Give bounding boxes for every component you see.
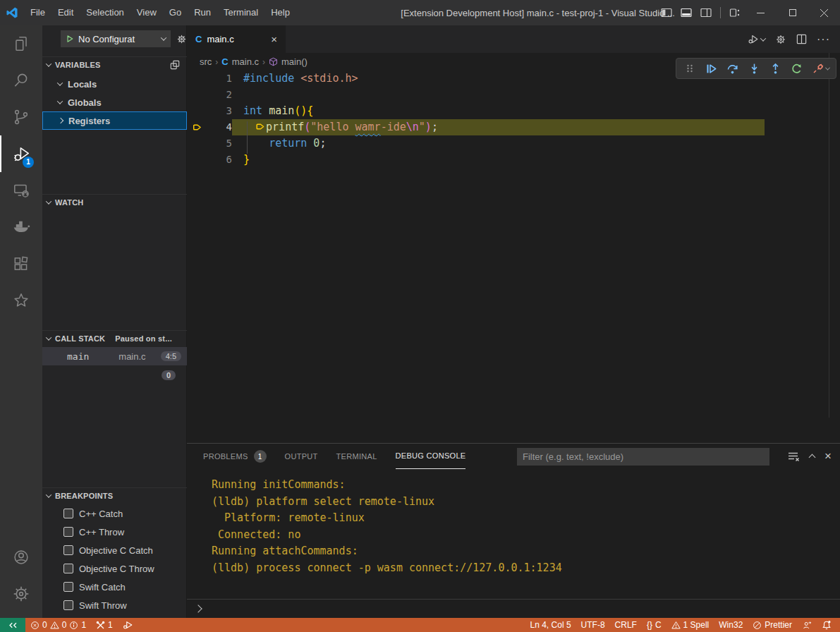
split-editor-icon[interactable] <box>796 34 807 44</box>
current-line-marker-icon[interactable] <box>187 119 208 135</box>
feedback-icon[interactable] <box>797 618 817 632</box>
code-line-5[interactable]: 5 return 0; <box>187 135 840 152</box>
panel-tab-problems[interactable]: PROBLEMS1 <box>203 444 267 469</box>
restart-button[interactable] <box>788 59 806 78</box>
clear-console-icon[interactable] <box>788 451 800 462</box>
maximize-button[interactable] <box>777 0 808 25</box>
breakpoint-row[interactable]: Swift Throw <box>42 596 187 614</box>
sidebar-item-explorer[interactable] <box>0 25 42 62</box>
breakpoint-checkbox[interactable] <box>63 527 73 537</box>
launch-config-dropdown[interactable]: No Configurat <box>61 30 171 47</box>
toggle-secondary-sidebar-icon[interactable] <box>696 0 716 25</box>
copy-icon[interactable] <box>170 60 180 70</box>
breakpoint-checkbox[interactable] <box>63 545 73 555</box>
step-out-button[interactable] <box>766 59 784 78</box>
panel-tab-output[interactable]: OUTPUT <box>285 444 318 469</box>
sidebar-item-docker[interactable] <box>0 209 42 245</box>
more-actions-icon[interactable]: ··· <box>817 33 830 46</box>
editor-scrollbar[interactable] <box>829 53 829 418</box>
sidebar-item-run-and-debug[interactable]: 1 <box>0 135 42 172</box>
run-debug-dropdown-icon[interactable] <box>748 33 765 45</box>
minimize-button[interactable] <box>745 0 777 25</box>
disconnect-button[interactable] <box>809 59 832 78</box>
status-bar: 0 0 1 1 Ln 4, Col 5 UTF-8 CRLF {} C 1 Sp… <box>0 618 840 632</box>
os-target[interactable]: Win32 <box>714 618 748 632</box>
continue-button[interactable] <box>702 59 720 78</box>
breakpoint-checkbox[interactable] <box>63 564 73 573</box>
variables-locals-row[interactable]: Locals <box>42 75 187 93</box>
breakpoint-checkbox[interactable] <box>63 509 73 518</box>
breakpoint-checkbox[interactable] <box>63 582 73 592</box>
settings-button[interactable] <box>0 576 42 612</box>
close-window-button[interactable] <box>808 0 840 25</box>
menu-selection[interactable]: Selection <box>80 0 130 25</box>
breakpoint-row[interactable]: Swift Catch <box>42 578 187 596</box>
code-line-4[interactable]: 4 printf("hello wamr-ide\n"); <box>187 119 840 135</box>
step-into-button[interactable] <box>745 59 763 78</box>
debug-console-output[interactable]: Running initCommands:(lldb) platform sel… <box>212 477 562 576</box>
code-line-2[interactable]: 2 <box>187 87 840 103</box>
customize-layout-icon[interactable] <box>725 0 745 25</box>
breakpoints-section-header[interactable]: BREAKPOINTS <box>42 487 187 503</box>
menu-help[interactable]: Help <box>264 0 296 25</box>
debug-filter-input[interactable]: Filter (e.g. text, !exclude) <box>517 448 769 466</box>
sidebar-item-source-control[interactable] <box>0 99 42 135</box>
language-mode[interactable]: {} C <box>642 618 666 632</box>
code-line-6[interactable]: 6} <box>187 152 840 168</box>
notifications-bell-icon[interactable] <box>817 618 840 632</box>
editor-gear-icon[interactable] <box>775 34 786 45</box>
panel-tab-terminal[interactable]: TERMINAL <box>336 444 377 469</box>
sidebar-item-favorites[interactable] <box>0 282 42 319</box>
menu-view[interactable]: View <box>130 0 163 25</box>
problems-status[interactable]: 0 0 1 <box>25 618 91 632</box>
tab-main-c[interactable]: C main.c × <box>187 25 286 53</box>
toggle-panel-icon[interactable] <box>676 0 696 25</box>
panel-tab-debug-console[interactable]: DEBUG CONSOLE <box>396 444 466 469</box>
menu-go[interactable]: Go <box>163 0 188 25</box>
debug-status-icon[interactable] <box>118 618 138 632</box>
code-editor[interactable]: 1#include <stdio.h>23int main(){4 printf… <box>187 71 840 443</box>
glyph-margin[interactable] <box>187 135 208 152</box>
menu-run[interactable]: Run <box>188 0 217 25</box>
close-panel-icon[interactable]: × <box>824 449 832 463</box>
code-line-3[interactable]: 3int main(){ <box>187 103 840 119</box>
variables-globals-row[interactable]: Globals <box>42 93 187 111</box>
maximize-panel-icon[interactable] <box>810 451 815 462</box>
spell-checker-status[interactable]: 1 Spell <box>666 618 714 632</box>
tools-status[interactable]: 1 <box>91 618 118 632</box>
variables-section-header[interactable]: VARIABLES <box>42 56 187 72</box>
chevron-down-icon <box>57 80 63 85</box>
glyph-margin[interactable] <box>187 87 208 103</box>
breakpoint-row[interactable]: C++ Throw <box>42 523 187 541</box>
cursor-position[interactable]: Ln 4, Col 5 <box>525 618 576 632</box>
menu-edit[interactable]: Edit <box>51 0 80 25</box>
sidebar-item-search[interactable] <box>0 62 42 99</box>
encoding-indicator[interactable]: UTF-8 <box>576 618 610 632</box>
call-stack-section-header[interactable]: CALL STACK Paused on st... <box>42 330 187 346</box>
account-button[interactable] <box>0 539 42 576</box>
watch-section-header[interactable]: WATCH <box>42 194 187 209</box>
breakpoint-row[interactable]: Objective C Throw <box>42 559 187 578</box>
toolbar-drag-handle[interactable] <box>681 59 699 78</box>
glyph-margin[interactable] <box>187 103 208 119</box>
menu-file[interactable]: File <box>24 0 51 25</box>
formatter-status[interactable]: Prettier <box>748 618 797 632</box>
sidebar-item-extensions[interactable] <box>0 245 42 282</box>
thread-row[interactable]: 0 <box>42 366 187 384</box>
sidebar-item-remote-explorer[interactable] <box>0 172 42 209</box>
breakpoint-row[interactable]: Objective C Catch <box>42 541 187 559</box>
remote-indicator[interactable] <box>0 618 25 632</box>
close-tab-icon[interactable]: × <box>271 33 277 45</box>
eol-indicator[interactable]: CRLF <box>610 618 642 632</box>
glyph-margin[interactable] <box>187 152 208 168</box>
glyph-margin[interactable] <box>187 71 208 87</box>
breakpoint-checkbox[interactable] <box>63 600 73 610</box>
configure-gear-icon[interactable] <box>176 34 187 44</box>
debug-console-input[interactable] <box>187 599 840 618</box>
breakpoint-row[interactable]: C++ Catch <box>42 504 187 523</box>
step-over-button[interactable] <box>724 59 742 78</box>
menu-terminal[interactable]: Terminal <box>217 0 264 25</box>
search-icon <box>12 71 30 90</box>
stack-frame-row[interactable]: main main.c 4:5 <box>42 347 187 365</box>
variables-registers-row[interactable]: Registers <box>42 111 187 130</box>
